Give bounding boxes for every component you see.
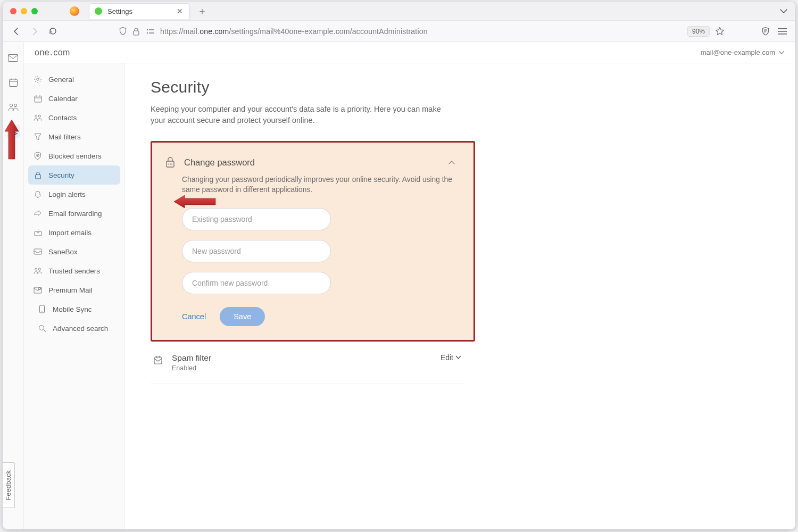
firefox-icon (70, 6, 79, 16)
new-tab-button[interactable]: ＋ (197, 5, 207, 18)
trusted-icon (34, 267, 42, 275)
sidebar-item-import-emails[interactable]: Import emails (28, 223, 120, 242)
new-password-field[interactable] (182, 240, 331, 262)
sidebar-item-login-alerts[interactable]: Login alerts (28, 185, 120, 204)
sidebar-item-label: Advanced search (53, 325, 108, 332)
favicon-icon (95, 7, 102, 15)
brand-text-post: com (53, 48, 70, 57)
sidebar-item-premium-mail[interactable]: Premium Mail (28, 280, 120, 300)
sanebox-icon (34, 247, 42, 256)
account-dropdown[interactable]: mail@one-example.com (701, 48, 785, 56)
mobile-icon (38, 305, 46, 313)
cancel-button[interactable]: Cancel (182, 312, 206, 321)
url-bar[interactable]: https://mail.one.com/settings/mail%40one… (160, 27, 682, 36)
lock-icon (34, 171, 42, 179)
sidebar-item-label: Blocked senders (48, 152, 102, 160)
reader-button[interactable] (761, 27, 770, 36)
svg-rect-0 (134, 31, 139, 35)
svg-rect-19 (35, 174, 40, 179)
spam-edit-button[interactable]: Edit (440, 353, 461, 362)
svg-point-17 (38, 115, 40, 117)
lock-icon[interactable] (132, 27, 140, 36)
svg-rect-5 (778, 28, 787, 29)
existing-password-field[interactable] (182, 208, 331, 230)
sidebar-item-label: Mobile Sync (53, 305, 92, 313)
sidebar-item-sanebox[interactable]: SaneBox (28, 242, 120, 261)
sidebar-item-label: Calendar (48, 95, 78, 103)
sidebar-item-label: General (48, 76, 74, 84)
spam-edit-label: Edit (440, 353, 453, 362)
confirm-password-field[interactable] (182, 272, 331, 294)
sidebar-item-security[interactable]: Security (28, 165, 120, 185)
sidebar-item-calendar[interactable]: Calendar (28, 89, 120, 108)
save-button[interactable]: Save (220, 307, 265, 326)
zoom-badge[interactable]: 90% (687, 26, 710, 37)
import-icon (34, 228, 42, 237)
svg-rect-15 (35, 96, 41, 102)
svg-point-1 (147, 29, 148, 30)
sidebar-item-label: Login alerts (48, 190, 86, 198)
svg-point-29 (168, 164, 169, 165)
bookmark-button[interactable] (715, 27, 725, 36)
collapse-button[interactable] (448, 160, 455, 165)
url-prefix: https://mail. (160, 27, 200, 36)
sidebar-item-advanced-search[interactable]: Advanced search (28, 319, 120, 338)
nav-back-button[interactable] (11, 26, 22, 37)
sidebar-item-mail-filters[interactable]: Mail filters (28, 127, 120, 146)
sidebar-item-label: Premium Mail (48, 286, 93, 294)
sidebar-item-contacts[interactable]: Contacts (28, 108, 120, 127)
svg-point-10 (10, 104, 12, 106)
svg-point-16 (35, 115, 37, 117)
spam-status: Enabled (172, 364, 432, 372)
window-minimize[interactable] (21, 8, 27, 14)
rail-calendar-icon[interactable] (7, 76, 20, 89)
svg-rect-7 (778, 34, 787, 35)
settings-sidebar: General Calendar Contacts Mail filters (24, 63, 125, 529)
svg-point-14 (37, 78, 39, 80)
sidebar-item-blocked-senders[interactable]: Blocked senders (28, 146, 120, 165)
tabs-dropdown-button[interactable] (779, 9, 788, 14)
shield-privacy-icon[interactable] (119, 27, 127, 36)
nav-reload-button[interactable] (47, 26, 58, 37)
sidebar-item-email-forwarding[interactable]: Email forwarding (28, 204, 120, 223)
sidebar-item-mobile-sync[interactable]: Mobile Sync (28, 300, 120, 319)
sidebar-item-label: Email forwarding (48, 210, 102, 218)
filter-icon (34, 132, 42, 141)
feedback-tab[interactable]: Feedback (3, 462, 15, 508)
sidebar-item-label: Mail filters (48, 133, 81, 141)
svg-point-27 (39, 325, 44, 330)
url-path: /settings/mail%40one-example.com/account… (229, 27, 427, 36)
svg-point-30 (170, 164, 171, 165)
permissions-icon[interactable] (145, 28, 155, 35)
svg-rect-8 (9, 55, 18, 62)
brand-dot: . (50, 48, 53, 57)
page-description: Keeping your computer and your account's… (151, 104, 448, 126)
tab-close-button[interactable]: ✕ (177, 7, 183, 15)
svg-point-23 (38, 268, 40, 270)
gear-icon (34, 75, 42, 84)
sidebar-item-label: Security (48, 171, 74, 179)
sidebar-item-label: SaneBox (48, 248, 78, 256)
browser-tab[interactable]: Settings ✕ (89, 3, 190, 19)
contacts-icon (34, 113, 42, 122)
svg-point-13 (13, 132, 15, 135)
nav-forward-button[interactable] (29, 26, 40, 37)
search-icon (38, 324, 46, 332)
sidebar-item-trusted-senders[interactable]: Trusted senders (28, 261, 120, 280)
svg-rect-2 (149, 29, 154, 30)
svg-point-11 (14, 104, 16, 106)
feedback-label: Feedback (5, 470, 12, 501)
rail-contacts-icon[interactable] (7, 101, 20, 113)
svg-point-22 (35, 268, 37, 270)
sidebar-item-general[interactable]: General (28, 70, 120, 89)
window-maximize[interactable] (31, 8, 38, 14)
rail-settings-icon[interactable] (7, 125, 20, 138)
spam-icon (153, 354, 163, 365)
svg-point-31 (171, 164, 172, 165)
window-close[interactable] (10, 8, 16, 14)
app-menu-button[interactable] (778, 28, 787, 35)
rail-mail-icon[interactable] (7, 52, 20, 64)
bell-icon (34, 190, 42, 198)
svg-rect-9 (9, 79, 17, 87)
spam-filter-section: Spam filter Enabled Edit (151, 342, 463, 384)
